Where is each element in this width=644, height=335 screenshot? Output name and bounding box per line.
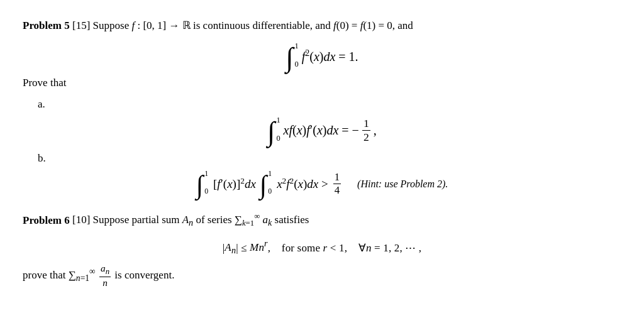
- p5-integrand: f2(x)dx = 1.: [302, 48, 358, 64]
- p6-frac-num: an: [99, 263, 111, 277]
- pb-int-sign2: ∫: [260, 172, 267, 199]
- problem6-block: Problem 6 [10] Suppose partial sum An of…: [23, 211, 621, 289]
- p6-formula: |An| ≤ Mnr, for some r < 1, ∀n = 1, 2, ⋯…: [23, 239, 621, 256]
- integral-bounds: 1 0: [294, 41, 298, 69]
- pa-fraction: 1 2: [362, 117, 370, 144]
- p5-integral: ∫ 1 0: [286, 43, 299, 70]
- pa-integrand: xf(x)f′(x)dx = −: [284, 123, 359, 138]
- pa-bounds: 1 0: [276, 116, 280, 143]
- pb-hint: (Hint: use Problem 2).: [357, 178, 448, 190]
- pb-bounds2: 1 0: [268, 170, 272, 196]
- p5-title-text: Problem 5: [23, 19, 70, 31]
- part-b-formula: ∫ 1 0 [f′(x)]2dx ∫ 1 0 x2f2(x)dx > 1 4 (…: [23, 171, 621, 197]
- prove-that-label: Prove that: [23, 77, 621, 89]
- lower-bound: 0: [294, 60, 298, 69]
- p5-main-formula: ∫ 1 0 f2(x)dx = 1.: [23, 43, 621, 70]
- pb-lower2: 0: [268, 187, 272, 196]
- pb-integrand2: x2f2(x)dx >: [277, 176, 328, 191]
- pb-integrand1: [f′(x)]2dx: [213, 176, 256, 191]
- pb-integral1: ∫ 1 0: [196, 171, 209, 197]
- pb-upper2: 1: [268, 170, 272, 178]
- pb-bounds1: 1 0: [204, 170, 208, 196]
- pa-upper: 1: [276, 116, 280, 125]
- problem5-block: Problem 5 [15] Suppose f : [0, 1] → ℝ is…: [23, 18, 621, 197]
- pa-lower: 0: [276, 134, 280, 143]
- problem6-title: Problem 6 [10] Suppose partial sum An of…: [23, 211, 621, 230]
- pb-upper1: 1: [204, 170, 208, 178]
- pa-frac-den: 2: [362, 131, 370, 144]
- integral-sign: ∫: [286, 44, 293, 72]
- problem5-title: Problem 5 [15] Suppose f : [0, 1] → ℝ is…: [23, 18, 621, 34]
- p6-statement: [10] Suppose partial sum An of series ∑k…: [72, 214, 309, 226]
- pb-fraction: 1 4: [333, 171, 341, 197]
- pb-int-sign1: ∫: [196, 172, 203, 199]
- upper-bound: 1: [294, 41, 298, 51]
- pb-lower1: 0: [204, 187, 208, 196]
- pb-frac-den: 4: [333, 184, 341, 197]
- p6-title-text: Problem 6: [23, 214, 70, 226]
- pb-integral2: ∫ 1 0: [260, 171, 273, 197]
- pa-int-sign: ∫: [267, 118, 275, 146]
- pa-frac-num: 1: [362, 117, 370, 131]
- part-b-label: b.: [38, 152, 621, 165]
- pa-comma: ,: [374, 123, 377, 138]
- p5-points: [15] Suppose f : [0, 1] → ℝ is continuou…: [72, 19, 413, 31]
- p6-prove-that: prove that ∑n=1∞ an n is convergent.: [23, 263, 621, 289]
- pa-integral: ∫ 1 0: [267, 117, 281, 145]
- part-a-formula: ∫ 1 0 xf(x)f′(x)dx = − 1 2 ,: [23, 117, 621, 145]
- part-a-label: a.: [38, 98, 621, 111]
- p6-frac-den: n: [101, 277, 109, 288]
- pb-frac-num: 1: [333, 171, 341, 184]
